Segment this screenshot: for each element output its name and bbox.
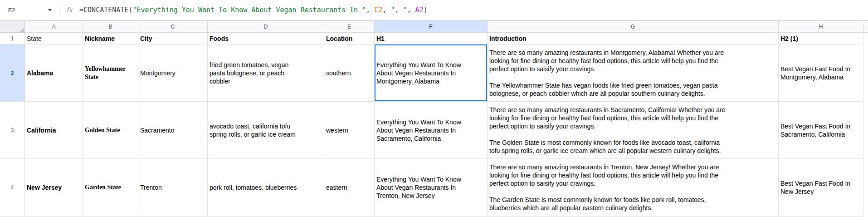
cell-G2[interactable]: There are so many amazing restaurants in… bbox=[488, 44, 779, 102]
spreadsheet-grid: A B C D E F G H 1 State Nickname City Fo… bbox=[0, 20, 868, 217]
row-header-3[interactable]: 3 bbox=[0, 102, 25, 159]
cell-A3[interactable]: California bbox=[25, 102, 83, 159]
cell-F3[interactable]: Everything You Want To Know About Vegan … bbox=[375, 102, 488, 159]
cell-F4[interactable]: Everything You Want To Know About Vegan … bbox=[375, 159, 488, 217]
cell-H3[interactable]: Best Vegan Fast Food In Sacramento, Cali… bbox=[779, 102, 863, 159]
column-header-F[interactable]: F bbox=[375, 21, 488, 33]
cell-B1[interactable]: Nickname bbox=[83, 33, 138, 44]
column-header-B[interactable]: B bbox=[83, 21, 138, 33]
cell-D3[interactable]: avocado toast, california tofu spring ro… bbox=[208, 102, 324, 159]
cell-A1[interactable]: State bbox=[25, 33, 83, 44]
filler-cell bbox=[863, 33, 868, 44]
formula-bar-divider bbox=[59, 4, 59, 16]
cell-E3[interactable]: western bbox=[324, 102, 375, 159]
cell-A2[interactable]: Alabama bbox=[25, 44, 83, 102]
cell-B2[interactable]: Yellowhammer State bbox=[83, 44, 138, 102]
cell-B3[interactable]: Golden State bbox=[83, 102, 138, 159]
row-header-4[interactable]: 4 bbox=[0, 159, 25, 217]
column-header-D[interactable]: D bbox=[208, 21, 324, 33]
select-all-corner[interactable] bbox=[0, 21, 25, 33]
fx-icon: fx bbox=[66, 6, 73, 14]
table-row: 2 Alabama Yellowhammer State Montgomery … bbox=[0, 44, 868, 102]
filler-cell bbox=[863, 159, 868, 217]
chevron-down-icon[interactable] bbox=[48, 9, 52, 11]
row-header-2[interactable]: 2 bbox=[0, 44, 25, 102]
cell-G1[interactable]: Introduction bbox=[488, 33, 779, 44]
row-header-1[interactable]: 1 bbox=[0, 33, 25, 44]
cell-E1[interactable]: Location bbox=[324, 33, 375, 44]
filler-cell bbox=[863, 44, 868, 102]
cell-B4[interactable]: Garden State bbox=[83, 159, 138, 217]
cell-H2[interactable]: Best Vegan Fast Food In Montgomery, Alab… bbox=[779, 44, 863, 102]
cell-C1[interactable]: City bbox=[138, 33, 208, 44]
cell-H4[interactable]: Best Vegan Fast Food In New Jersey bbox=[779, 159, 863, 217]
column-header-H[interactable]: H bbox=[779, 21, 863, 33]
column-header-C[interactable]: C bbox=[138, 21, 208, 33]
column-header-E[interactable]: E bbox=[324, 21, 375, 33]
table-row: 1 State Nickname City Foods Location H1 … bbox=[0, 33, 868, 44]
cell-C3[interactable]: Sacramento bbox=[138, 102, 208, 159]
cell-F1[interactable]: H1 bbox=[375, 33, 488, 44]
cell-F2-selected[interactable]: Everything You Want To Know About Vegan … bbox=[375, 44, 488, 102]
cell-C4[interactable]: Trenton bbox=[138, 159, 208, 217]
column-header-row: A B C D E F G H bbox=[0, 20, 868, 33]
cell-G4[interactable]: There are so many amazing restaurants in… bbox=[488, 159, 779, 217]
table-row: 3 California Golden State Sacramento avo… bbox=[0, 102, 868, 159]
cell-D1[interactable]: Foods bbox=[208, 33, 324, 44]
cell-A4[interactable]: New Jersey bbox=[25, 159, 83, 217]
column-header-A[interactable]: A bbox=[25, 21, 83, 33]
cell-G3[interactable]: There are so many amazing restaurants in… bbox=[488, 102, 779, 159]
filler-cell bbox=[863, 102, 868, 159]
name-box-value: F2 bbox=[8, 7, 15, 14]
cell-E2[interactable]: southern bbox=[324, 44, 375, 102]
cell-C2[interactable]: Montgomery bbox=[138, 44, 208, 102]
formula-input[interactable]: =CONCATENATE("Everything You Want To Kno… bbox=[79, 6, 428, 14]
cell-D4[interactable]: pork roll, tomatoes, blueberries bbox=[208, 159, 324, 217]
cell-D2[interactable]: fried green tomatoes, vegan pasta bologn… bbox=[208, 44, 324, 102]
column-header-G[interactable]: G bbox=[488, 21, 779, 33]
formula-bar: F2 fx =CONCATENATE("Everything You Want … bbox=[0, 0, 868, 20]
table-row: 4 New Jersey Garden State Trenton pork r… bbox=[0, 159, 868, 217]
cell-H1[interactable]: H2 (1) bbox=[779, 33, 863, 44]
name-box[interactable]: F2 bbox=[8, 7, 52, 14]
column-header-filler bbox=[863, 21, 868, 33]
cell-E4[interactable]: eastern bbox=[324, 159, 375, 217]
